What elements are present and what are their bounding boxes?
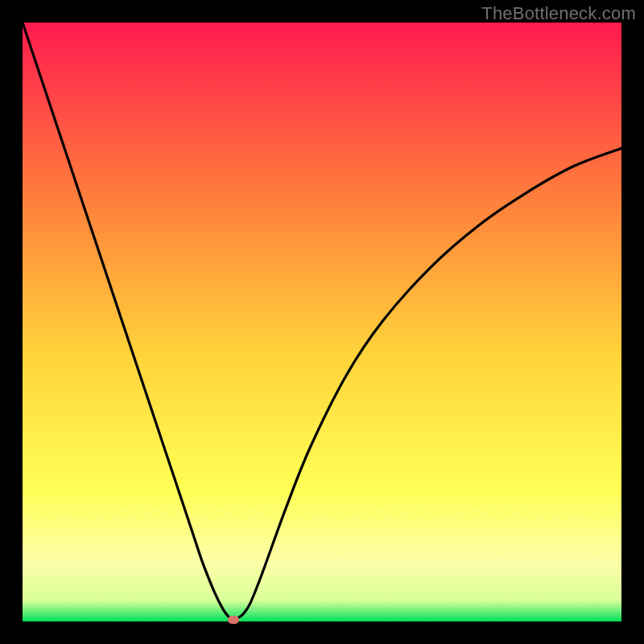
chart-frame: TheBottleneck.com [0,0,644,644]
minimum-marker [228,616,239,624]
watermark-text: TheBottleneck.com [481,3,636,24]
bottleneck-curve [23,23,621,621]
plot-area [23,23,621,621]
